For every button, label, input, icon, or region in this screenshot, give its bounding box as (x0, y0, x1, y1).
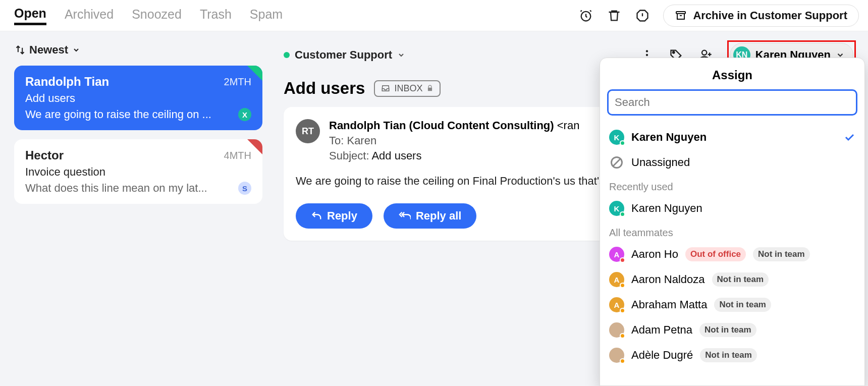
assign-option-label: Aaron Ho (631, 248, 678, 261)
reading-pane: Customer Support KN Karen Nguyen (272, 31, 868, 386)
avatar-icon (609, 348, 624, 363)
lock-icon (426, 85, 433, 92)
snooze-icon[interactable] (578, 8, 593, 23)
archive-in-inbox-button[interactable]: Archive in Customer Support (663, 5, 859, 27)
assign-option-label: Aaron Naldoza (631, 273, 705, 286)
spam-icon[interactable] (635, 8, 650, 23)
status-dot-icon (284, 52, 290, 58)
assign-option-label: Abraham Matta (631, 298, 707, 311)
conversation-age: 2MTH (224, 76, 251, 88)
conversation-sender: Hector (25, 148, 64, 162)
inbox-badge-label: INBOX (394, 83, 422, 94)
svg-point-2 (646, 50, 648, 52)
message-to: To: Karen (329, 134, 579, 147)
reply-all-button[interactable]: Reply all (384, 203, 476, 229)
conversation-preview: We are going to raise the ceiling on ... (25, 108, 211, 121)
assign-title: Assign (600, 58, 864, 89)
reply-arrow-icon (311, 210, 322, 222)
assign-option-label: Unassigned (631, 156, 690, 169)
page-title: Add users (284, 79, 365, 98)
check-icon (843, 131, 855, 143)
svg-rect-1 (676, 12, 685, 14)
reply-label: Reply (327, 209, 357, 223)
sort-label: Newest (29, 43, 68, 57)
reply-all-arrow-icon (399, 210, 411, 222)
assign-option[interactable]: K Karen Nguyen (605, 196, 859, 221)
teammate-status-tag: Not in team (753, 247, 810, 261)
conversation-subject: Invoice question (25, 166, 251, 179)
reply-button[interactable]: Reply (296, 203, 372, 229)
assign-section-all: All teammates (605, 221, 859, 242)
inbox-tray-icon (381, 84, 390, 93)
conversation-list: Newest Randolph Tian 2MTH Add users We a… (0, 31, 272, 386)
sender-avatar: RT (296, 119, 320, 143)
assign-option-label: Adam Petna (631, 323, 692, 337)
assign-option-label: Adèle Dugré (631, 349, 693, 362)
svg-point-3 (646, 54, 648, 56)
avatar-icon: A (609, 247, 624, 262)
assign-option[interactable]: AAaron NaldozaNot in team (605, 267, 859, 292)
tab-trash[interactable]: Trash (200, 7, 232, 24)
svg-point-5 (673, 51, 675, 53)
folder-tabs: Open Archived Snoozed Trash Spam (14, 6, 283, 25)
teammate-status-tag: Not in team (700, 348, 757, 362)
top-tab-bar: Open Archived Snoozed Trash Spam Archive… (0, 0, 868, 31)
assign-option[interactable]: Adèle DugréNot in team (605, 343, 859, 368)
conversation-age: 4MTH (224, 150, 251, 161)
sort-dropdown[interactable]: Newest (14, 37, 262, 66)
message-from: Randolph Tian (Cloud Content Consulting)… (329, 119, 579, 132)
conversation-subject: Add users (25, 92, 251, 105)
assign-section-recent: Recently used (605, 175, 859, 196)
message-subject-line: Subject: Add users (329, 149, 579, 162)
archive-icon (675, 10, 687, 22)
unassigned-icon (609, 155, 624, 170)
tab-archived[interactable]: Archived (65, 7, 114, 24)
tab-snoozed[interactable]: Snoozed (132, 7, 182, 24)
conversation-item[interactable]: Randolph Tian 2MTH Add users We are goin… (14, 66, 262, 130)
archive-button-label: Archive in Customer Support (693, 9, 847, 22)
teammate-status-tag: Out of office (685, 247, 746, 261)
chevron-down-icon (397, 51, 405, 59)
avatar-icon: K (609, 130, 624, 145)
sort-arrows-icon (15, 45, 25, 55)
avatar-icon: K (609, 201, 624, 216)
assign-option-label: Karen Nguyen (631, 131, 707, 144)
tab-spam[interactable]: Spam (250, 7, 283, 24)
conversation-sender: Randolph Tian (25, 75, 109, 89)
assign-option[interactable]: AAbraham MattaNot in team (605, 292, 859, 317)
chevron-down-icon (72, 46, 80, 54)
inbox-badge: INBOX (374, 80, 441, 97)
conversation-channel-badge: X (238, 108, 251, 121)
assign-option-unassigned[interactable]: Unassigned (605, 150, 859, 175)
top-actions: Archive in Customer Support (578, 5, 859, 27)
assign-option[interactable]: Adam PetnaNot in team (605, 317, 859, 343)
svg-point-6 (702, 50, 707, 55)
assign-option-label: Karen Nguyen (631, 202, 702, 215)
assign-popover: Assign K Karen Nguyen Unassigned (600, 58, 865, 386)
trash-icon[interactable] (607, 8, 622, 23)
inbox-name: Customer Support (295, 48, 392, 62)
conversation-item[interactable]: Hector 4MTH Invoice question What does t… (14, 139, 262, 204)
inbox-selector[interactable]: Customer Support (284, 48, 405, 62)
conversation-channel-badge: S (238, 182, 251, 195)
teammate-status-tag: Not in team (712, 272, 769, 287)
assign-search-input[interactable] (607, 89, 857, 116)
teammate-status-tag: Not in team (699, 323, 756, 337)
avatar-icon (609, 322, 624, 338)
avatar-icon: A (609, 272, 624, 287)
conversation-preview: What does this line mean on my lat... (25, 182, 207, 195)
reply-all-label: Reply all (416, 209, 461, 223)
teammate-status-tag: Not in team (714, 298, 771, 312)
tab-open[interactable]: Open (14, 6, 46, 25)
avatar-icon: A (609, 297, 624, 312)
assign-option[interactable]: AAaron HoOut of officeNot in team (605, 242, 859, 267)
assign-option-selected[interactable]: K Karen Nguyen (605, 125, 859, 150)
